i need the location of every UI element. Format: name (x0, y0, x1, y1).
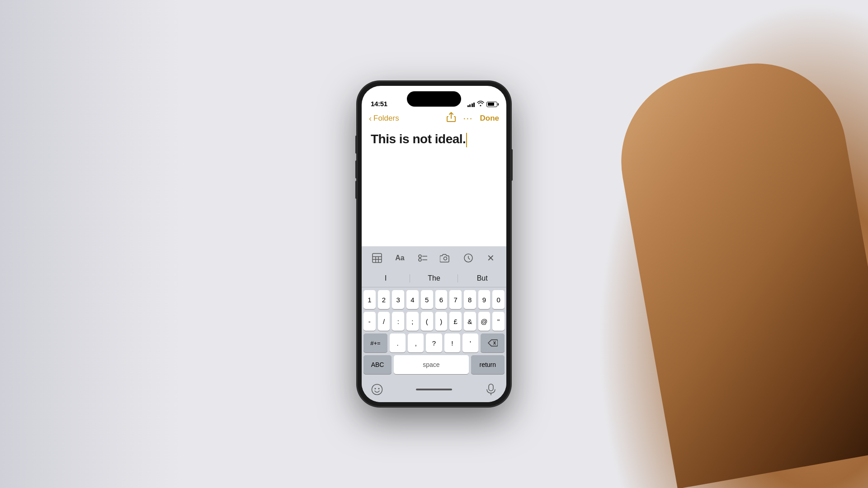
toolbar-pen-icon[interactable] (460, 250, 476, 266)
key-period[interactable]: . (390, 333, 406, 352)
back-button[interactable]: ‹ Folders (369, 114, 399, 123)
key-4[interactable]: 4 (406, 290, 419, 309)
done-button[interactable]: Done (480, 114, 500, 123)
key-slash[interactable]: / (378, 312, 390, 331)
svg-point-15 (378, 388, 380, 389)
keyboard-bottom-bar (362, 379, 506, 402)
key-0[interactable]: 0 (492, 290, 505, 309)
key-lparen[interactable]: ( (421, 312, 433, 331)
share-button[interactable] (447, 112, 456, 124)
key-6[interactable]: 6 (435, 290, 448, 309)
svg-point-5 (419, 255, 421, 258)
return-key[interactable]: return (471, 355, 505, 374)
battery-icon (486, 102, 497, 107)
keyboard-row-special: #+= . , ? ! ' (363, 333, 505, 352)
svg-rect-0 (373, 253, 382, 263)
delete-key[interactable] (481, 333, 505, 352)
chevron-left-icon: ‹ (369, 114, 372, 122)
wifi-icon (477, 101, 484, 108)
status-icons (467, 101, 498, 108)
back-label: Folders (373, 114, 399, 123)
key-pound[interactable]: £ (449, 312, 462, 331)
key-2[interactable]: 2 (378, 290, 390, 309)
key-dash[interactable]: - (363, 312, 376, 331)
phone-mockup: 14:51 (357, 81, 511, 407)
predictive-item-3[interactable]: But (458, 272, 506, 285)
status-time: 14:51 (371, 100, 387, 108)
predictive-item-1[interactable]: I (362, 272, 410, 285)
signal-icon (467, 102, 475, 107)
key-7[interactable]: 7 (449, 290, 462, 309)
note-content[interactable]: This is not ideal. (362, 128, 506, 246)
phone-screen: 14:51 (362, 86, 506, 402)
bg-left-shadow (0, 0, 181, 488)
key-comma[interactable]: , (408, 333, 424, 352)
svg-rect-16 (489, 384, 493, 391)
navigation-bar: ‹ Folders ··· Done (362, 110, 506, 128)
key-quote[interactable]: " (492, 312, 505, 331)
key-abc[interactable]: ABC (363, 355, 392, 374)
toolbar-camera-icon[interactable] (437, 250, 453, 266)
svg-point-7 (419, 258, 421, 261)
key-colon[interactable]: : (392, 312, 404, 331)
key-rparen[interactable]: ) (435, 312, 448, 331)
svg-point-14 (375, 388, 376, 389)
toolbar-table-icon[interactable] (369, 250, 385, 266)
key-semicolon[interactable]: ; (406, 312, 419, 331)
keyboard-row-numbers: 1 2 3 4 5 6 7 8 9 0 (363, 290, 505, 309)
nav-actions: ··· Done (447, 112, 499, 124)
key-9[interactable]: 9 (478, 290, 491, 309)
predictive-item-2[interactable]: The (410, 272, 458, 285)
key-ampersand[interactable]: & (464, 312, 476, 331)
key-5[interactable]: 5 (421, 290, 433, 309)
predictive-text-bar: I The But (362, 270, 506, 287)
key-at[interactable]: @ (478, 312, 491, 331)
text-cursor (466, 133, 467, 147)
toolbar-checklist-icon[interactable] (415, 250, 431, 266)
space-key[interactable]: space (394, 355, 468, 374)
keyboard-row-symbols: - / : ; ( ) £ & @ " (363, 312, 505, 331)
microphone-button[interactable] (483, 381, 499, 398)
key-exclaim[interactable]: ! (444, 333, 460, 352)
keyboard-row-bottom: ABC space return (363, 355, 505, 374)
emoji-button[interactable] (369, 381, 385, 398)
keyboard: 1 2 3 4 5 6 7 8 9 0 - / : ; ( (362, 287, 506, 379)
phone-shell: 14:51 (357, 81, 511, 407)
note-text: This is not ideal. (371, 132, 467, 146)
key-8[interactable]: 8 (464, 290, 476, 309)
key-apostrophe[interactable]: ' (462, 333, 478, 352)
keyboard-toolbar: Aa (362, 246, 506, 270)
home-indicator (416, 389, 452, 390)
key-3[interactable]: 3 (392, 290, 404, 309)
svg-point-13 (372, 385, 382, 395)
key-question[interactable]: ? (426, 333, 442, 352)
dynamic-island (407, 91, 461, 107)
key-hashplus[interactable]: #+= (363, 333, 387, 352)
toolbar-close-icon[interactable]: ✕ (483, 250, 499, 266)
more-button[interactable]: ··· (463, 113, 472, 124)
svg-point-9 (444, 257, 447, 260)
toolbar-format-icon[interactable]: Aa (392, 250, 408, 266)
key-1[interactable]: 1 (363, 290, 376, 309)
battery-fill (488, 103, 494, 106)
